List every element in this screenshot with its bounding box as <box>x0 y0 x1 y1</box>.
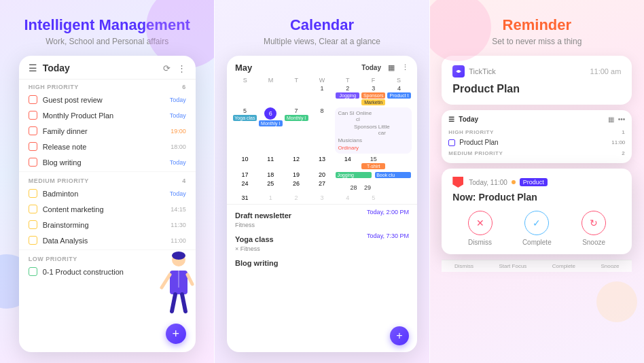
calendar-phone: May Today ▦ ⋮ SM TW TF S 1 <box>227 56 417 352</box>
today-button[interactable]: Today <box>361 64 381 71</box>
cal-event: Sponsors <box>361 92 385 99</box>
cal-day[interactable]: 14 <box>335 156 360 162</box>
small-checkbox[interactable] <box>448 139 455 146</box>
cal-day[interactable]: 6 Monthly I <box>258 107 283 126</box>
more-menu-icon[interactable]: ⋮ <box>401 63 409 72</box>
cal-right-events: Jogging Book clu <box>335 171 412 178</box>
task-item[interactable]: Blog writing Today <box>19 154 196 170</box>
task-item[interactable]: Monthly Product Plan Today <box>19 107 196 123</box>
cal-header: May Today ▦ ⋮ <box>227 56 417 77</box>
task-item[interactable]: Data Analysis 11:00 <box>19 232 196 248</box>
agenda-item[interactable]: Yoga class Today, 7:30 PM × Fitness <box>235 232 409 252</box>
task-item[interactable]: Brainstorming 11:30 <box>19 217 196 232</box>
task-text: Guest post review <box>43 96 164 104</box>
task-item[interactable]: Release note 18:00 <box>19 139 196 154</box>
more-icon[interactable]: ⋮ <box>177 63 186 73</box>
small-task-text: Product Plan <box>459 139 607 146</box>
task-time: Today <box>170 97 186 103</box>
cal-day[interactable]: 25 <box>258 180 283 192</box>
cal-day[interactable]: 5 Yoga clas <box>232 107 257 121</box>
left-subtitle: Work, School and Personal affairs <box>46 37 168 46</box>
task-checkbox[interactable] <box>29 236 37 245</box>
task-checkbox[interactable] <box>29 95 37 104</box>
agenda-time: Today, 2:00 PM <box>367 209 409 215</box>
cal-day[interactable]: 3 Sponsors Marketin <box>361 85 386 105</box>
cal-day[interactable]: 20 <box>310 171 335 178</box>
cal-day[interactable]: 18 <box>258 171 283 178</box>
bottom-focus[interactable]: Start Focus <box>499 263 526 269</box>
bottom-complete[interactable]: Complete <box>552 263 575 269</box>
task-header: ☰ Today ⟳ ⋮ <box>19 56 196 80</box>
cal-event: Jogging <box>336 172 372 178</box>
task-time: Today <box>170 159 186 166</box>
high-priority-label: HIGH PRIORITY 6 <box>19 80 196 92</box>
product-tag: Product <box>520 178 548 186</box>
cal-row-1: 1 2 Jogging 3 Sponsors Marketin 4 Produc… <box>232 85 412 105</box>
cal-day[interactable]: 13 <box>310 156 335 162</box>
cal-day: 1 <box>258 194 283 201</box>
cal-row-3: 10 11 12 13 14 15 T-shirt <box>232 156 412 169</box>
cal-day[interactable]: 31 <box>232 194 257 201</box>
svg-line-3 <box>162 275 170 288</box>
cal-day[interactable]: 19 <box>284 171 309 178</box>
cal-day[interactable]: 7 Monthly I <box>284 107 309 121</box>
task-checkbox[interactable] <box>29 267 37 276</box>
task-checkbox[interactable] <box>29 111 37 120</box>
task-text: Family dinner <box>43 127 165 135</box>
dismiss-button[interactable]: ✕ Dismiss <box>468 211 493 246</box>
calendar-grid-icon[interactable]: ▦ <box>388 63 395 72</box>
cal-day[interactable]: 26 <box>284 180 309 192</box>
snooze-button[interactable]: ↻ Snooze <box>582 211 606 246</box>
alert-actions: ✕ Dismiss ✓ Complete ↻ Snooze <box>452 211 621 246</box>
task-checkbox[interactable] <box>29 126 37 135</box>
agenda-sub: × Fitness <box>235 245 409 252</box>
add-task-button[interactable]: + <box>166 324 186 344</box>
cal-day[interactable]: 11 <box>258 156 283 162</box>
cal-weekdays: SM TW TF S <box>227 77 417 84</box>
small-menu-icon: ☰ <box>448 116 454 123</box>
cal-day[interactable]: 8 <box>310 107 335 114</box>
cal-day[interactable]: 15 T-shirt <box>361 156 386 169</box>
cal-day[interactable]: 2 Jogging <box>335 85 360 99</box>
svg-point-1 <box>172 252 185 260</box>
cal-day[interactable]: 27 <box>310 180 335 192</box>
agenda-item[interactable]: Draft newsletter Today, 2:00 PM Fitness <box>235 209 409 228</box>
small-phone: ☰ Today ▦ ••• HIGH PRIORITY 1 Product Pl… <box>442 110 632 163</box>
small-task-item[interactable]: Product Plan 11:00 <box>448 137 625 148</box>
app-logo <box>452 65 465 77</box>
cal-row-4: 17 18 19 20 Jogging Book clu <box>232 171 412 178</box>
task-checkbox[interactable] <box>29 220 37 229</box>
refresh-icon[interactable]: ⟳ <box>163 63 171 73</box>
right-panel: Reminder Set to never miss a thing TickT… <box>430 0 644 363</box>
task-text: Brainstorming <box>43 221 165 229</box>
app-info: TickTick <box>452 65 496 77</box>
task-item[interactable]: Family dinner 19:00 <box>19 123 196 139</box>
cal-day[interactable]: 4 Product t <box>387 85 412 99</box>
bottom-snooze[interactable]: Snooze <box>601 263 619 269</box>
agenda-item[interactable]: Blog writing <box>235 256 409 269</box>
task-item[interactable]: Badminton Today <box>19 186 196 201</box>
cal-day[interactable]: 1 <box>310 85 335 92</box>
alert-top: Today, 11:00 Product <box>452 177 621 188</box>
cal-day[interactable]: 12 <box>284 156 309 162</box>
cal-row-6: 31 1 2 3 4 5 <box>232 194 412 201</box>
left-title: Intelligent Management <box>24 16 190 34</box>
cal-day[interactable]: 24 <box>232 180 257 192</box>
add-event-button[interactable]: + <box>390 326 409 345</box>
flag-icon <box>452 177 463 188</box>
task-item[interactable]: Content marketing 14:15 <box>19 201 196 217</box>
task-checkbox[interactable] <box>29 205 37 213</box>
task-checkbox[interactable] <box>29 189 37 198</box>
complete-button[interactable]: ✓ Complete <box>522 211 552 246</box>
cal-day[interactable]: 17 <box>232 171 257 178</box>
cal-day[interactable]: 10 <box>232 156 257 162</box>
menu-icon[interactable]: ☰ <box>29 63 37 73</box>
task-time: 14:15 <box>171 206 186 213</box>
bottom-dismiss[interactable]: Dismiss <box>454 263 473 269</box>
snooze-icon: ↻ <box>582 211 606 235</box>
bottom-action-bar: Dismiss Start Focus Complete Snooze <box>442 260 632 272</box>
task-checkbox[interactable] <box>29 142 37 151</box>
small-grid-icon: ▦ <box>608 116 614 123</box>
task-item[interactable]: Guest post review Today <box>19 92 196 107</box>
task-checkbox[interactable] <box>29 158 37 167</box>
